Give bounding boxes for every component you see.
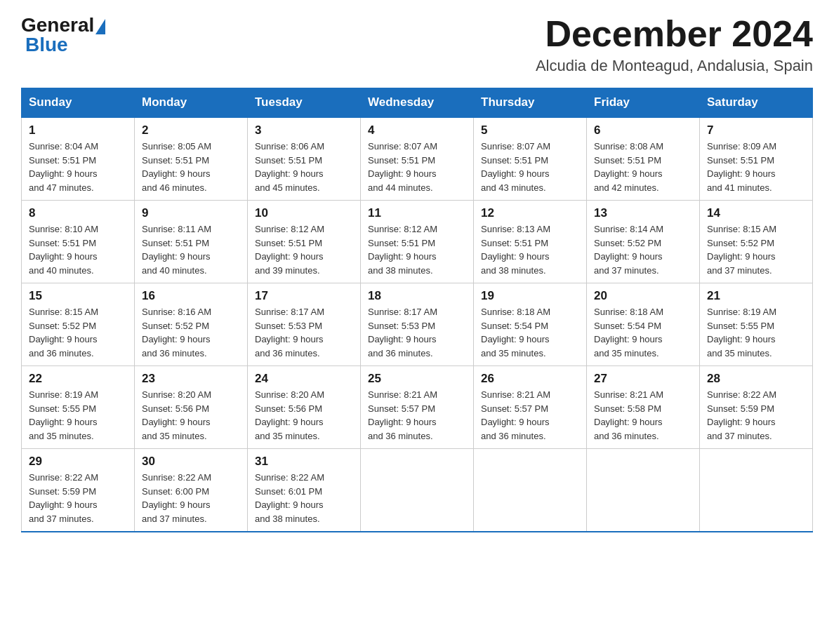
calendar-cell: 5Sunrise: 8:07 AMSunset: 5:51 PMDaylight… — [474, 117, 587, 201]
day-info: Sunrise: 8:18 AMSunset: 5:54 PMDaylight:… — [594, 305, 692, 360]
day-info: Sunrise: 8:07 AMSunset: 5:51 PMDaylight:… — [368, 140, 466, 194]
calendar-cell: 14Sunrise: 8:15 AMSunset: 5:52 PMDayligh… — [700, 201, 813, 283]
day-info: Sunrise: 8:21 AMSunset: 5:57 PMDaylight:… — [481, 388, 579, 443]
day-number: 9 — [142, 206, 240, 220]
day-number: 7 — [707, 123, 805, 137]
page-header: General Blue December 2024 Alcudia de Mo… — [21, 14, 813, 75]
calendar-cell: 20Sunrise: 8:18 AMSunset: 5:54 PMDayligh… — [587, 283, 700, 366]
calendar-cell: 18Sunrise: 8:17 AMSunset: 5:53 PMDayligh… — [361, 283, 474, 366]
calendar-week-row: 15Sunrise: 8:15 AMSunset: 5:52 PMDayligh… — [22, 283, 813, 366]
day-info: Sunrise: 8:19 AMSunset: 5:55 PMDaylight:… — [29, 388, 127, 443]
day-number: 29 — [29, 455, 127, 469]
calendar-week-row: 29Sunrise: 8:22 AMSunset: 5:59 PMDayligh… — [22, 449, 813, 532]
calendar-cell: 19Sunrise: 8:18 AMSunset: 5:54 PMDayligh… — [474, 283, 587, 366]
calendar-cell: 17Sunrise: 8:17 AMSunset: 5:53 PMDayligh… — [248, 283, 361, 366]
day-number: 2 — [142, 123, 240, 137]
day-number: 14 — [707, 206, 805, 220]
day-info: Sunrise: 8:04 AMSunset: 5:51 PMDaylight:… — [29, 140, 127, 194]
day-number: 12 — [481, 206, 579, 220]
logo: General Blue — [21, 14, 107, 56]
day-info: Sunrise: 8:16 AMSunset: 5:52 PMDaylight:… — [142, 305, 240, 360]
day-info: Sunrise: 8:22 AMSunset: 5:59 PMDaylight:… — [707, 388, 805, 443]
day-number: 21 — [707, 289, 805, 303]
calendar-cell: 22Sunrise: 8:19 AMSunset: 5:55 PMDayligh… — [22, 366, 135, 449]
day-number: 5 — [481, 123, 579, 137]
day-number: 22 — [29, 372, 127, 386]
day-number: 13 — [594, 206, 692, 220]
calendar-cell: 1Sunrise: 8:04 AMSunset: 5:51 PMDaylight… — [22, 117, 135, 201]
day-info: Sunrise: 8:20 AMSunset: 5:56 PMDaylight:… — [142, 388, 240, 443]
calendar-cell: 29Sunrise: 8:22 AMSunset: 5:59 PMDayligh… — [22, 449, 135, 532]
calendar-week-row: 1Sunrise: 8:04 AMSunset: 5:51 PMDaylight… — [22, 117, 813, 201]
calendar-cell: 13Sunrise: 8:14 AMSunset: 5:52 PMDayligh… — [587, 201, 700, 283]
logo-triangle-icon — [95, 19, 105, 34]
day-info: Sunrise: 8:22 AMSunset: 5:59 PMDaylight:… — [29, 471, 127, 525]
calendar-cell: 28Sunrise: 8:22 AMSunset: 5:59 PMDayligh… — [700, 366, 813, 449]
day-number: 4 — [368, 123, 466, 137]
day-info: Sunrise: 8:05 AMSunset: 5:51 PMDaylight:… — [142, 140, 240, 194]
day-number: 25 — [368, 372, 466, 386]
calendar-cell: 15Sunrise: 8:15 AMSunset: 5:52 PMDayligh… — [22, 283, 135, 366]
day-info: Sunrise: 8:22 AMSunset: 6:01 PMDaylight:… — [255, 471, 353, 525]
day-info: Sunrise: 8:21 AMSunset: 5:57 PMDaylight:… — [368, 388, 466, 443]
calendar-cell: 24Sunrise: 8:20 AMSunset: 5:56 PMDayligh… — [248, 366, 361, 449]
day-info: Sunrise: 8:15 AMSunset: 5:52 PMDaylight:… — [29, 305, 127, 360]
calendar-cell: 16Sunrise: 8:16 AMSunset: 5:52 PMDayligh… — [135, 283, 248, 366]
calendar-cell: 7Sunrise: 8:09 AMSunset: 5:51 PMDaylight… — [700, 117, 813, 201]
day-number: 30 — [142, 455, 240, 469]
day-info: Sunrise: 8:14 AMSunset: 5:52 PMDaylight:… — [594, 222, 692, 277]
day-info: Sunrise: 8:17 AMSunset: 5:53 PMDaylight:… — [368, 305, 466, 360]
calendar-cell — [700, 449, 813, 532]
header-monday: Monday — [135, 88, 248, 118]
calendar-week-row: 22Sunrise: 8:19 AMSunset: 5:55 PMDayligh… — [22, 366, 813, 449]
day-info: Sunrise: 8:10 AMSunset: 5:51 PMDaylight:… — [29, 222, 127, 277]
calendar-cell — [361, 449, 474, 532]
calendar-cell: 12Sunrise: 8:13 AMSunset: 5:51 PMDayligh… — [474, 201, 587, 283]
day-info: Sunrise: 8:22 AMSunset: 6:00 PMDaylight:… — [142, 471, 240, 525]
day-number: 11 — [368, 206, 466, 220]
calendar-cell: 21Sunrise: 8:19 AMSunset: 5:55 PMDayligh… — [700, 283, 813, 366]
day-number: 28 — [707, 372, 805, 386]
calendar-table: SundayMondayTuesdayWednesdayThursdayFrid… — [21, 88, 813, 532]
calendar-week-row: 8Sunrise: 8:10 AMSunset: 5:51 PMDaylight… — [22, 201, 813, 283]
logo-blue-text: Blue — [25, 34, 68, 55]
day-number: 15 — [29, 289, 127, 303]
day-number: 17 — [255, 289, 353, 303]
calendar-cell: 23Sunrise: 8:20 AMSunset: 5:56 PMDayligh… — [135, 366, 248, 449]
day-number: 27 — [594, 372, 692, 386]
day-info: Sunrise: 8:20 AMSunset: 5:56 PMDaylight:… — [255, 388, 353, 443]
location-subtitle: Alcudia de Monteagud, Andalusia, Spain — [536, 57, 813, 75]
day-number: 6 — [594, 123, 692, 137]
calendar-cell: 6Sunrise: 8:08 AMSunset: 5:51 PMDaylight… — [587, 117, 700, 201]
calendar-cell: 2Sunrise: 8:05 AMSunset: 5:51 PMDaylight… — [135, 117, 248, 201]
day-info: Sunrise: 8:11 AMSunset: 5:51 PMDaylight:… — [142, 222, 240, 277]
title-section: December 2024 Alcudia de Monteagud, Anda… — [536, 14, 813, 75]
calendar-cell: 8Sunrise: 8:10 AMSunset: 5:51 PMDaylight… — [22, 201, 135, 283]
day-info: Sunrise: 8:13 AMSunset: 5:51 PMDaylight:… — [481, 222, 579, 277]
day-info: Sunrise: 8:08 AMSunset: 5:51 PMDaylight:… — [594, 140, 692, 194]
calendar-header-row: SundayMondayTuesdayWednesdayThursdayFrid… — [22, 88, 813, 118]
calendar-cell: 26Sunrise: 8:21 AMSunset: 5:57 PMDayligh… — [474, 366, 587, 449]
day-number: 20 — [594, 289, 692, 303]
day-info: Sunrise: 8:15 AMSunset: 5:52 PMDaylight:… — [707, 222, 805, 277]
calendar-cell: 11Sunrise: 8:12 AMSunset: 5:51 PMDayligh… — [361, 201, 474, 283]
header-friday: Friday — [587, 88, 700, 118]
day-info: Sunrise: 8:12 AMSunset: 5:51 PMDaylight:… — [368, 222, 466, 277]
day-number: 8 — [29, 206, 127, 220]
day-number: 18 — [368, 289, 466, 303]
calendar-cell — [587, 449, 700, 532]
calendar-cell — [474, 449, 587, 532]
calendar-cell: 30Sunrise: 8:22 AMSunset: 6:00 PMDayligh… — [135, 449, 248, 532]
day-info: Sunrise: 8:19 AMSunset: 5:55 PMDaylight:… — [707, 305, 805, 360]
day-number: 23 — [142, 372, 240, 386]
day-number: 24 — [255, 372, 353, 386]
header-wednesday: Wednesday — [361, 88, 474, 118]
day-info: Sunrise: 8:18 AMSunset: 5:54 PMDaylight:… — [481, 305, 579, 360]
day-number: 16 — [142, 289, 240, 303]
calendar-cell: 31Sunrise: 8:22 AMSunset: 6:01 PMDayligh… — [248, 449, 361, 532]
calendar-cell: 4Sunrise: 8:07 AMSunset: 5:51 PMDaylight… — [361, 117, 474, 201]
day-info: Sunrise: 8:06 AMSunset: 5:51 PMDaylight:… — [255, 140, 353, 194]
day-number: 31 — [255, 455, 353, 469]
day-info: Sunrise: 8:07 AMSunset: 5:51 PMDaylight:… — [481, 140, 579, 194]
calendar-cell: 27Sunrise: 8:21 AMSunset: 5:58 PMDayligh… — [587, 366, 700, 449]
